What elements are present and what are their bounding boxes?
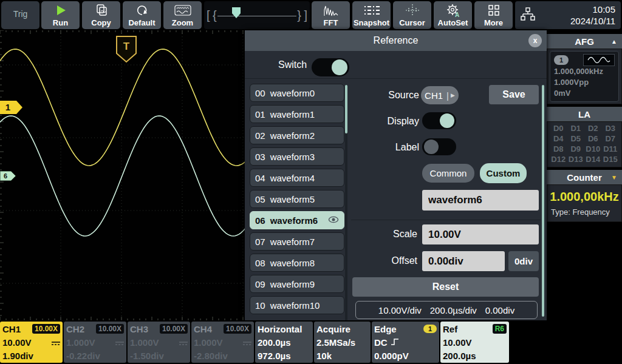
list-item-waveform7[interactable]: 07waveform7	[250, 232, 344, 251]
dialog-title: Reference	[374, 35, 419, 46]
trigger-status-block[interactable]: Edge 1 DC 0.000pV	[372, 322, 439, 363]
snapshot-button[interactable]: Snapshot	[352, 1, 391, 29]
la-ch-d3: D3	[602, 124, 620, 133]
save-button[interactable]: Save	[489, 85, 539, 104]
clock-time: 10:05	[536, 4, 615, 15]
counter-title: Counter	[567, 172, 602, 183]
bottom-status-bar: CH1 10.00X 10.00V 1.90div CH2 10.00X 1.0…	[0, 320, 622, 364]
label-toggle[interactable]	[422, 138, 456, 155]
copy-button[interactable]: Copy	[82, 1, 120, 29]
ch2-probe-badge: 10.00X	[96, 324, 124, 334]
sine-wave-icon	[583, 54, 615, 66]
list-item-waveform6-selected[interactable]: 06waveform6	[250, 211, 344, 229]
afg-frequency: 1.000,000kHz	[554, 66, 615, 77]
eye-icon	[328, 215, 339, 226]
chevron-right-icon: ▶	[451, 92, 455, 98]
la-ch-d15: D15	[602, 155, 620, 164]
la-ch-d8: D8	[550, 144, 567, 153]
afg-offset: 0mV	[554, 88, 615, 99]
ch1-level-marker[interactable]: 1	[0, 101, 23, 116]
source-select[interactable]: CH1 | ▶	[421, 86, 459, 104]
la-header[interactable]: LA	[547, 107, 622, 121]
counter-panel: Counter ▼ 1.000,00kHz Type: Frequency	[547, 170, 622, 222]
offset-input[interactable]	[422, 251, 505, 271]
autoset-label: AutoSet	[438, 18, 468, 27]
reference-name-input[interactable]	[422, 190, 539, 211]
fft-button[interactable]: FFT	[312, 1, 350, 29]
zoom-button[interactable]: Zoom	[163, 1, 202, 29]
copy-label: Copy	[91, 18, 111, 27]
la-ch-d7: D7	[602, 134, 620, 143]
dc-coupling-icon	[52, 337, 60, 348]
more-button[interactable]: More	[474, 1, 513, 29]
afg-header[interactable]: AFG ▲	[547, 34, 622, 49]
la-ch-d5: D5	[567, 134, 585, 143]
la-ch-d2: D2	[584, 124, 602, 133]
la-channel-grid[interactable]: D0 D1 D2 D3 D4 D5 D6 D7 D8 D9 D10 D11 D1…	[547, 121, 622, 167]
list-item-waveform5[interactable]: 05waveform5	[250, 190, 344, 208]
cursor-button[interactable]: Cursor	[393, 1, 431, 29]
afg-body[interactable]: 1 1.000,000kHz 1.000Vpp 0mV	[547, 49, 622, 104]
zero-div-button[interactable]: 0div	[508, 251, 539, 271]
list-item-waveform9[interactable]: 09waveform9	[250, 275, 344, 293]
ch3-probe-badge: 10.00X	[160, 324, 188, 334]
la-ch-d11: D11	[602, 144, 620, 153]
list-item-waveform4[interactable]: 04waveform4	[250, 169, 344, 187]
trigger-source-badge: 1	[423, 325, 437, 333]
trig-label: Trig	[13, 10, 28, 19]
run-button[interactable]: Run	[41, 1, 80, 29]
scale-input[interactable]	[422, 224, 539, 244]
right-sidebar: AFG ▲ 1 1.000,000kHz 1.000Vpp 0m	[547, 30, 622, 320]
close-icon[interactable]: x	[528, 34, 542, 47]
copy-icon	[95, 3, 108, 18]
status-scale: 10.00V/div	[378, 305, 422, 315]
trig-button[interactable]: Trig	[1, 1, 39, 29]
horizontal-status-block[interactable]: Horizontal 200.0µs 972.0µs	[255, 322, 313, 363]
panel-scrollbar[interactable]	[542, 85, 544, 317]
scale-label: Scale	[344, 229, 417, 240]
slider-bracket-left-outer: [	[207, 8, 210, 22]
afg-collapse-icon[interactable]: ▲	[611, 38, 617, 45]
display-toggle[interactable]	[422, 112, 456, 129]
counter-header[interactable]: Counter ▼	[547, 170, 622, 184]
reference-switch-toggle[interactable]	[312, 58, 349, 76]
ch4-status-block[interactable]: CH4 10.00X 1.000V -2.80div	[191, 322, 254, 363]
ref6-level-marker[interactable]: 6	[0, 171, 16, 183]
horizontal-position-slider[interactable]: [ { } ]	[204, 1, 310, 29]
switch-row: Switch	[245, 56, 547, 79]
counter-type: Type: Frequency	[547, 206, 621, 221]
rising-edge-icon	[391, 337, 399, 348]
list-item-waveform0[interactable]: 00waveform0	[250, 84, 344, 102]
snapshot-list-icon	[363, 3, 380, 18]
source-label: Source	[346, 90, 419, 101]
oscilloscope-screen: Trig Run Copy Default	[0, 0, 622, 364]
counter-body[interactable]: 1.000,00kHz Type: Frequency	[547, 184, 622, 222]
ch1-status-block[interactable]: CH1 10.00X 10.00V 1.90div	[0, 322, 63, 363]
trigger-position-marker[interactable]: T	[115, 35, 137, 66]
list-item-waveform2[interactable]: 02waveform2	[250, 126, 344, 144]
more-label: More	[484, 18, 503, 27]
list-item-waveform10[interactable]: 10waveform10	[250, 296, 344, 314]
list-item-waveform3[interactable]: 03waveform3	[250, 147, 344, 166]
ch4-probe-badge: 10.00X	[224, 324, 251, 334]
clock-panel[interactable]: 10:05 2024/10/11	[515, 1, 621, 29]
common-button[interactable]: Common	[422, 164, 474, 183]
ch3-status-block[interactable]: CH3 10.00X 1.000V -1.50div	[128, 322, 190, 363]
counter-expand-icon[interactable]: ▼	[611, 174, 617, 181]
default-button[interactable]: Default	[123, 1, 161, 29]
reset-button[interactable]: Reset	[352, 277, 539, 297]
slider-thumb[interactable]	[232, 7, 241, 18]
la-ch-d4: D4	[550, 134, 567, 143]
acquire-status-block[interactable]: Acquire 2.5MSa/s 10k	[314, 322, 371, 363]
list-item-waveform8[interactable]: 08waveform8	[250, 254, 344, 272]
list-item-waveform1[interactable]: 01waveform1	[250, 105, 344, 123]
ref-status-block[interactable]: Ref R6 10.00V 200.0µs	[440, 322, 509, 363]
autoset-button[interactable]: A AutoSet	[434, 1, 472, 29]
svg-text:A: A	[455, 12, 459, 18]
la-ch-d6: D6	[584, 134, 602, 143]
ch2-status-block[interactable]: CH2 10.00X 1.000V -0.22div	[64, 322, 126, 363]
custom-button[interactable]: Custom	[480, 163, 527, 183]
afg-amplitude: 1.000Vpp	[554, 77, 615, 88]
cursor-crosshair-icon	[405, 3, 420, 18]
reset-circle-icon	[135, 3, 149, 18]
